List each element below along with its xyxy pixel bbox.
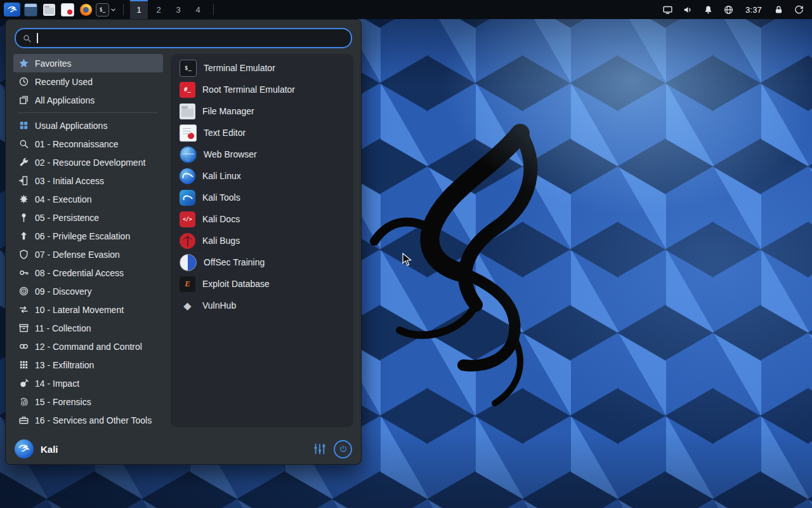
swap-arrows-icon: [18, 304, 29, 315]
kali-swirl-icon: [18, 443, 30, 455]
applications-menu-button[interactable]: [4, 3, 20, 17]
app-label: Root Terminal Emulator: [202, 84, 295, 95]
sidebar-item-forensics[interactable]: 15 - Forensics: [13, 392, 163, 411]
kali-docs-icon: [180, 211, 195, 227]
grid-icon: [18, 120, 29, 131]
app-item-kali-bugs[interactable]: Kali Bugs: [176, 230, 348, 251]
category-label: Favorites: [35, 58, 72, 69]
clock[interactable]: 3:37: [740, 5, 768, 15]
sidebar-item-usual-applications[interactable]: Usual Applications: [13, 116, 163, 135]
sidebar-item-defense-evasion[interactable]: 07 - Defense Evasion: [13, 245, 163, 264]
app-item-web-browser[interactable]: Web Browser: [176, 144, 348, 165]
menu-settings-button[interactable]: [313, 442, 327, 456]
category-label: 08 - Credential Access: [35, 268, 124, 278]
offsec-training-icon: [180, 254, 197, 271]
sidebar-item-all-applications[interactable]: All Applications: [13, 91, 163, 109]
screen-lock-button[interactable]: [769, 0, 788, 19]
door-arrow-icon: [18, 175, 29, 186]
app-item-exploit-database[interactable]: Exploit Database: [176, 273, 348, 295]
panel-separator: [123, 4, 124, 15]
session-power-button[interactable]: [334, 440, 352, 458]
app-label: File Manager: [202, 106, 254, 116]
sidebar-item-collection[interactable]: 11 - Collection: [13, 319, 163, 337]
up-arrow-icon: [18, 231, 29, 241]
power-icon: [339, 444, 348, 453]
search-icon: [22, 34, 32, 43]
terminal-emulator-icon: [180, 60, 197, 77]
sidebar-item-resource-development[interactable]: 02 - Resource Development: [13, 153, 163, 171]
logout-button[interactable]: [790, 0, 808, 19]
display-indicator[interactable]: [658, 0, 677, 19]
magnifier-icon: [18, 138, 29, 149]
category-sidebar: Favorites Recently Used All Applications…: [12, 53, 164, 434]
category-label: 07 - Defense Evasion: [35, 250, 120, 260]
text-editor-launcher[interactable]: [59, 1, 75, 18]
app-label: OffSec Training: [204, 257, 265, 267]
sidebar-item-impact[interactable]: 14 - Impact: [13, 374, 163, 392]
search-box[interactable]: [15, 28, 352, 48]
app-item-kali-docs[interactable]: Kali Docs: [176, 208, 348, 230]
sidebar-item-execution[interactable]: 04 - Execution: [13, 190, 163, 208]
firefox-launcher[interactable]: [77, 1, 94, 18]
window-launcher[interactable]: [22, 1, 39, 18]
category-label: 01 - Reconnaissance: [35, 139, 119, 149]
app-item-text-editor[interactable]: Text Editor: [176, 122, 348, 144]
app-item-terminal-emulator[interactable]: Terminal Emulator: [176, 57, 348, 79]
whisker-menu: Favorites Recently Used All Applications…: [5, 19, 362, 465]
category-label: 05 - Persistence: [35, 213, 99, 223]
workspace-4[interactable]: 4: [189, 0, 207, 19]
network-indicator[interactable]: [719, 0, 738, 19]
workspace-3[interactable]: 3: [169, 0, 187, 19]
sidebar-item-discovery[interactable]: 09 - Discovery: [13, 282, 163, 300]
terminal-launcher[interactable]: [96, 1, 117, 18]
pin-icon: [18, 212, 29, 223]
sidebar-item-services-and-other-tools[interactable]: 16 - Services and Other Tools: [13, 411, 163, 429]
category-label: 03 - Initial Access: [35, 176, 104, 186]
category-label: 13 - Exfiltration: [35, 360, 94, 370]
burst-icon: [18, 194, 29, 204]
app-item-offsec-training[interactable]: OffSec Training: [176, 251, 348, 273]
workspace-2[interactable]: 2: [150, 0, 167, 19]
app-label: Text Editor: [204, 128, 246, 138]
file-manager-launcher[interactable]: [41, 1, 57, 18]
sidebar-item-privilege-escalation[interactable]: 06 - Privilege Escalation: [13, 227, 163, 245]
sidebar-item-exfiltration[interactable]: 13 - Exfiltration: [13, 356, 163, 374]
search-row: [6, 20, 361, 53]
sidebar-item-favorites[interactable]: Favorites: [13, 54, 163, 72]
grid9-icon: [18, 359, 29, 370]
user-label: Kali: [41, 444, 58, 455]
volume-indicator[interactable]: [679, 0, 697, 19]
sidebar-item-credential-access[interactable]: 08 - Credential Access: [13, 264, 163, 282]
star-icon: [18, 58, 29, 69]
app-item-vulnhub[interactable]: VulnHub: [176, 295, 348, 316]
text-editor-icon: [61, 3, 74, 17]
chevron-down-icon[interactable]: [110, 6, 117, 13]
workspace-1[interactable]: 1: [130, 0, 148, 19]
application-list: Terminal Emulator Root Terminal Emulator…: [171, 54, 353, 427]
display-icon: [662, 4, 673, 15]
app-item-root-terminal-emulator[interactable]: Root Terminal Emulator: [176, 79, 348, 100]
text-caret: [37, 33, 38, 43]
text-editor-icon: [180, 124, 197, 142]
sidebar-item-reconnaissance[interactable]: 01 - Reconnaissance: [13, 135, 163, 153]
search-input[interactable]: [36, 33, 344, 43]
sidebar-item-initial-access[interactable]: 03 - Initial Access: [13, 171, 163, 190]
toolbox-icon: [18, 415, 29, 425]
file-manager-icon: [43, 4, 55, 16]
category-label: 15 - Forensics: [35, 397, 91, 407]
app-item-file-manager[interactable]: File Manager: [176, 100, 348, 122]
category-label: Recently Used: [35, 77, 93, 87]
desktop: { "panel": { "launchers": [ {"icon": "ka…: [0, 0, 812, 508]
fingerprint-icon: [18, 396, 29, 407]
notifications-indicator[interactable]: [699, 0, 717, 19]
panel-separator: [213, 4, 214, 15]
sidebar-item-lateral-movement[interactable]: 10 - Lateral Movement: [13, 300, 163, 319]
terminal-icon: [96, 3, 109, 17]
sidebar-item-recently-used[interactable]: Recently Used: [13, 72, 163, 91]
notifications-icon: [703, 4, 714, 15]
kali-bugs-icon: [180, 233, 195, 249]
app-item-kali-tools[interactable]: Kali Tools: [176, 187, 348, 208]
sidebar-item-command-and-control[interactable]: 12 - Command and Control: [13, 337, 163, 356]
app-item-kali-linux[interactable]: Kali Linux: [176, 165, 348, 187]
sidebar-item-persistence[interactable]: 05 - Persistence: [13, 208, 163, 227]
